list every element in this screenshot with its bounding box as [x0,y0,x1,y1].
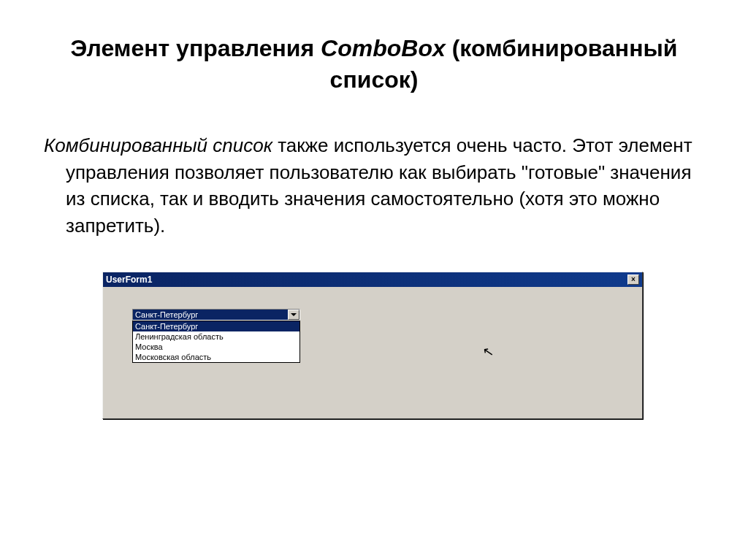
body-paragraph: Комбинированный список также используетс… [44,132,704,239]
title-text-1: Элемент управления [71,35,321,61]
cursor-icon: ↖ [481,343,495,361]
dropdown-item[interactable]: Москва [133,342,299,352]
combobox-dropdown-button[interactable] [288,310,299,320]
page-title: Элемент управления ComboBox (комбинирова… [44,33,704,96]
combobox[interactable] [132,309,300,321]
dropdown-item[interactable]: Санкт-Петербург [133,321,299,331]
dropdown-item[interactable]: Ленинградская область [133,331,299,342]
close-icon: × [631,275,636,283]
combobox-input[interactable] [133,310,288,320]
chevron-down-icon [291,313,297,316]
close-button[interactable]: × [627,275,639,285]
userform-window: UserForm1 × Санкт-Петербург Ленинградска… [102,272,643,419]
window-title: UserForm1 [106,275,152,285]
paragraph-italic: Комбинированный список [44,134,272,156]
dropdown-item[interactable]: Московская область [133,352,299,362]
title-italic: ComboBox [321,35,446,61]
form-body: Санкт-Петербург Ленинградская область Мо… [103,287,642,418]
titlebar: UserForm1 × [103,272,642,287]
dropdown-list[interactable]: Санкт-Петербург Ленинградская область Мо… [132,321,300,363]
